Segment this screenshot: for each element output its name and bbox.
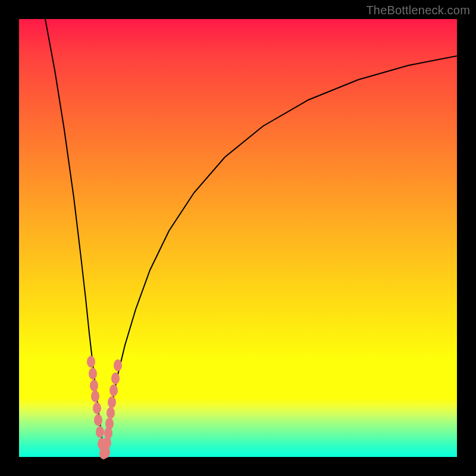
bead-cluster xyxy=(87,356,122,459)
bead xyxy=(108,396,116,408)
bead xyxy=(94,414,102,426)
bead xyxy=(90,380,98,392)
bead xyxy=(96,426,104,438)
chart-frame: TheBottleneck.com xyxy=(0,0,476,476)
bead xyxy=(91,390,99,402)
bead xyxy=(89,368,97,380)
plot-area xyxy=(19,19,457,457)
bead xyxy=(107,407,115,419)
bead xyxy=(87,356,95,368)
bead xyxy=(114,359,122,371)
bead xyxy=(93,402,101,414)
bead xyxy=(105,418,114,430)
bead xyxy=(111,372,120,384)
watermark-text: TheBottleneck.com xyxy=(366,4,470,17)
chart-svg xyxy=(19,19,457,457)
curve-right xyxy=(104,56,457,457)
bead xyxy=(109,384,118,396)
